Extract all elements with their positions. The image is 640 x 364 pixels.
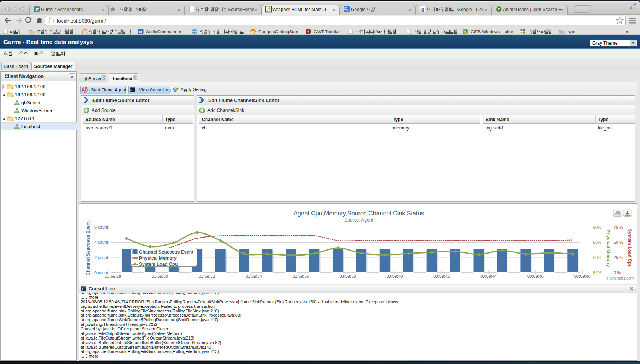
svg-text:03:59:28: 03:59:28	[105, 274, 121, 278]
svg-text:25 %: 25 %	[614, 255, 623, 260]
svg-text:Channel Seuccess Event: Channel Seuccess Event	[139, 249, 193, 255]
svg-text:4 count: 4 count	[94, 240, 108, 244]
svg-text:03:59:36: 03:59:36	[293, 274, 309, 278]
svg-text:0 %: 0 %	[614, 270, 621, 275]
svg-text:03:59:38: 03:59:38	[340, 274, 356, 278]
svg-text:03:59:32: 03:59:32	[199, 274, 215, 278]
svg-text:Agent Cpu,Memory,Source,Channe: Agent Cpu,Memory,Source,Channel,Cink Sta…	[293, 210, 424, 217]
svg-text:System Load Cpu: System Load Cpu	[139, 262, 178, 267]
svg-text:50 %: 50 %	[614, 240, 623, 244]
svg-text:03:59:30: 03:59:30	[152, 274, 168, 278]
svg-text:6 count: 6 count	[94, 225, 108, 230]
svg-text:86%: 86%	[593, 255, 601, 260]
svg-text:Physical Memory: Physical Memory	[606, 230, 611, 267]
svg-text:System Load Cpu: System Load Cpu	[627, 229, 632, 267]
svg-text:03:59:42: 03:59:42	[433, 274, 450, 278]
svg-text:90%: 90%	[593, 225, 601, 230]
svg-text:Channel Seuccess Event: Channel Seuccess Event	[86, 221, 91, 275]
svg-text:2 count: 2 count	[94, 255, 108, 260]
svg-text:Highcharts.com: Highcharts.com	[607, 276, 634, 280]
svg-text:88%: 88%	[593, 240, 601, 244]
svg-text:Physical Memory: Physical Memory	[139, 256, 177, 261]
svg-text:03:59:48: 03:59:48	[574, 274, 591, 278]
svg-text:03:59:34: 03:59:34	[246, 274, 262, 278]
svg-text:03:59:40: 03:59:40	[386, 274, 403, 278]
svg-text:Source: Agent: Source: Agent	[344, 217, 373, 223]
svg-text:75 %: 75 %	[614, 225, 623, 230]
svg-text:84%: 84%	[593, 270, 601, 275]
svg-text:03:59:44: 03:59:44	[480, 274, 497, 278]
svg-text:03:59:46: 03:59:46	[527, 274, 544, 278]
